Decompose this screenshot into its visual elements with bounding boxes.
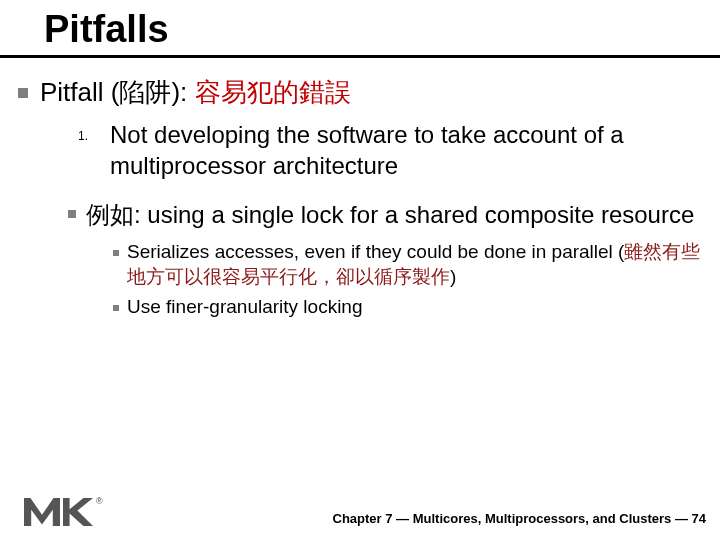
- footer-text: Chapter 7 — Multicores, Multiprocessors,…: [333, 511, 706, 526]
- heading-highlight: 容易犯的錯誤: [195, 77, 351, 107]
- detail1-prefix: Serializes accesses, even if they could …: [127, 241, 624, 262]
- heading-row: Pitfall (陷阱): 容易犯的錯誤: [18, 76, 708, 109]
- content-area: Pitfall (陷阱): 容易犯的錯誤 1. Not developing t…: [0, 76, 720, 320]
- slide-title: Pitfalls: [44, 8, 720, 51]
- mk-logo-icon: [24, 498, 93, 526]
- square-bullet-icon: [113, 305, 119, 311]
- title-bar: Pitfalls: [0, 0, 720, 58]
- item2-text: 例如: using a single lock for a shared com…: [86, 199, 694, 230]
- square-bullet-icon: [113, 250, 119, 256]
- numbered-item: 1. Not developing the software to take a…: [78, 119, 708, 181]
- publisher-logo: ®: [24, 498, 103, 526]
- detail1-suffix: ): [450, 266, 456, 287]
- square-bullet-icon: [68, 210, 76, 218]
- detail1-text: Serializes accesses, even if they could …: [127, 240, 708, 289]
- detail-row-1: Serializes accesses, even if they could …: [113, 240, 708, 289]
- detail-row-2: Use finer-granularity locking: [113, 295, 708, 320]
- number-marker: 1.: [78, 129, 88, 143]
- heading-text: Pitfall (陷阱): 容易犯的錯誤: [40, 76, 351, 109]
- footer: ® Chapter 7 — Multicores, Multiprocessor…: [0, 498, 720, 526]
- item1-text: Not developing the software to take acco…: [110, 119, 708, 181]
- registered-mark: ®: [96, 496, 103, 506]
- detail2-text: Use finer-granularity locking: [127, 295, 363, 320]
- square-bullet-icon: [18, 88, 28, 98]
- sub-bullet-row: 例如: using a single lock for a shared com…: [68, 199, 708, 230]
- heading-plain: Pitfall (陷阱):: [40, 77, 195, 107]
